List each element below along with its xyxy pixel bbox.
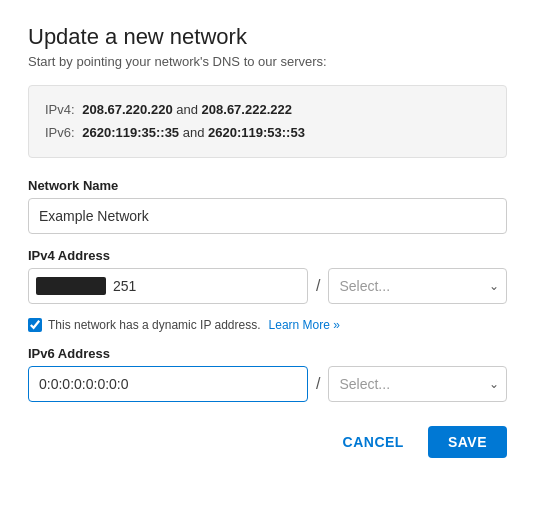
ipv6-select[interactable]: Select... <box>328 366 507 402</box>
network-name-group: Network Name <box>28 178 507 234</box>
dynamic-ip-checkbox[interactable] <box>28 318 42 332</box>
dynamic-ip-row: This network has a dynamic IP address. L… <box>28 318 507 332</box>
dns-ipv4-and1: and <box>176 102 198 117</box>
dns-ipv4-value2: 208.67.222.222 <box>202 102 292 117</box>
dialog: Update a new network Start by pointing y… <box>28 24 507 458</box>
dns-ipv4-value1: 208.67.220.220 <box>82 102 172 117</box>
dns-ipv6-value2: 2620:119:53::53 <box>208 125 305 140</box>
save-button[interactable]: SAVE <box>428 426 507 458</box>
dns-ipv6-and1: and <box>183 125 205 140</box>
ipv6-label: IPv6 Address <box>28 346 507 361</box>
network-name-label: Network Name <box>28 178 507 193</box>
ipv4-input-wrap <box>28 268 308 304</box>
checkbox-wrap: This network has a dynamic IP address. <box>28 318 261 332</box>
ipv4-row: / Select... ⌄ <box>28 268 507 304</box>
ipv4-label: IPv4 Address <box>28 248 507 263</box>
button-row: CANCEL SAVE <box>28 426 507 458</box>
dns-ipv4-row: IPv4: 208.67.220.220 and 208.67.222.222 <box>45 98 490 121</box>
slash-divider-2: / <box>316 375 320 393</box>
dns-info-box: IPv4: 208.67.220.220 and 208.67.222.222 … <box>28 85 507 158</box>
page-title: Update a new network <box>28 24 507 50</box>
dns-ipv6-row: IPv6: 2620:119:35::35 and 2620:119:53::5… <box>45 121 490 144</box>
ipv6-row: / Select... ⌄ <box>28 366 507 402</box>
ipv4-select[interactable]: Select... <box>328 268 507 304</box>
learn-more-link[interactable]: Learn More » <box>269 318 340 332</box>
page-subtitle: Start by pointing your network's DNS to … <box>28 54 507 69</box>
dns-ipv6-label: IPv6: <box>45 125 75 140</box>
dns-ipv4-label: IPv4: <box>45 102 75 117</box>
network-name-input[interactable] <box>28 198 507 234</box>
ipv4-group: IPv4 Address / Select... ⌄ <box>28 248 507 304</box>
dns-ipv6-value1: 2620:119:35::35 <box>82 125 179 140</box>
masked-ip-block <box>36 277 106 295</box>
ipv4-select-wrap: Select... ⌄ <box>328 268 507 304</box>
ipv6-select-wrap: Select... ⌄ <box>328 366 507 402</box>
dynamic-ip-label: This network has a dynamic IP address. <box>48 318 261 332</box>
ipv6-group: IPv6 Address / Select... ⌄ <box>28 346 507 402</box>
cancel-button[interactable]: CANCEL <box>331 426 416 458</box>
slash-divider: / <box>316 277 320 295</box>
ipv6-input[interactable] <box>28 366 308 402</box>
